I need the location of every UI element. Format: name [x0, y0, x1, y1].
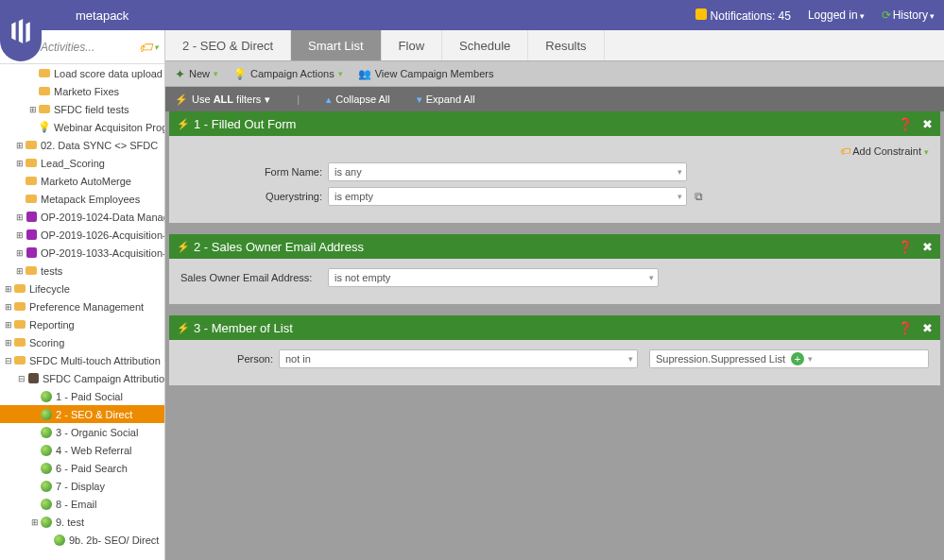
collapse-all[interactable]: ▴Collapse All [326, 93, 389, 106]
camp-icon [53, 534, 66, 547]
tree-node[interactable]: ⊞Reporting [0, 315, 164, 333]
tree-label: Metapack Employees [41, 194, 140, 205]
tree-node[interactable]: ⊞Lifecycle [0, 280, 164, 297]
camp-icon [40, 390, 53, 403]
toggle-icon[interactable]: ⊞ [15, 159, 25, 168]
tag-icon[interactable]: 🏷 [139, 40, 152, 55]
logo[interactable] [0, 0, 42, 61]
toggle-icon[interactable]: ⊞ [15, 248, 25, 258]
tree-label: Lifecycle [29, 283, 70, 295]
tree-node[interactable]: ⊞Lead_Scoring [0, 154, 164, 172]
add-icon[interactable]: + [791, 352, 804, 365]
expand-all[interactable]: ▾Expand All [417, 93, 475, 106]
tree-node[interactable]: 9b. 2b- SEO/ Direct [0, 531, 164, 549]
tree-node[interactable]: 1 - Paid Social [0, 387, 164, 405]
history[interactable]: ⟳History▾ [882, 8, 935, 22]
filter-header[interactable]: ⚡2 - Sales Owner Email Address❓✖ [169, 234, 940, 259]
toggle-icon[interactable]: ⊞ [30, 518, 40, 527]
tree-node[interactable]: ⊞OP-2019-1026-Acquisition-API [0, 226, 164, 244]
tree-node[interactable]: Load score data upload [0, 64, 164, 82]
tree-label: 6 - Paid Search [56, 463, 128, 474]
close-icon[interactable]: ✖ [922, 117, 933, 131]
bolt-icon: ⚡ [177, 322, 190, 334]
fold-icon [25, 139, 38, 152]
toggle-icon[interactable]: ⊞ [15, 230, 25, 240]
filter-body: Person:not in▾Supression.Suppressed List… [169, 340, 940, 385]
tree-node[interactable]: ⊞9. test [0, 513, 164, 531]
tree-node[interactable]: Metapack Employees [0, 190, 164, 208]
toggle-icon[interactable]: ⊞ [4, 284, 13, 294]
tree-node[interactable]: ⊟SFDC Multi-touch Attribution [0, 351, 164, 369]
tree-node[interactable]: ⊟SFDC Campaign Attribution [0, 369, 164, 387]
chevron-down-icon: ▾ [154, 42, 159, 52]
tab-smart-list[interactable]: Smart List [291, 30, 382, 60]
tree-node[interactable]: Marketo Fixes [0, 82, 164, 100]
tree-label: 8 - Email [56, 499, 96, 510]
topbar: metapack Notifications: 45 Logged in▾ ⟳H… [0, 0, 944, 30]
history-icon: ⟳ [882, 8, 891, 22]
tree-node[interactable]: 4 - Web Referral [0, 441, 164, 459]
toggle-icon[interactable]: ⊞ [4, 302, 13, 312]
tree-node[interactable]: 6 - Paid Search [0, 459, 164, 477]
help-icon[interactable]: ❓ [898, 321, 913, 335]
tab-schedule[interactable]: Schedule [442, 30, 528, 60]
new-button[interactable]: ✦New▾ [175, 67, 218, 81]
filter-value[interactable]: Supression.Suppressed List+▾ [649, 349, 929, 368]
popout-icon[interactable]: ⧉ [695, 190, 703, 203]
tree-node[interactable]: ⊞Preference Management [0, 297, 164, 315]
toggle-icon[interactable]: ⊞ [4, 320, 13, 330]
tree-node[interactable]: ⊞SFDC field tests [0, 100, 164, 118]
toggle-icon[interactable]: ⊞ [15, 266, 25, 276]
prog-icon [25, 229, 38, 242]
tree-node[interactable]: 💡Webinar Acquisiton Program [0, 118, 164, 136]
tree-node[interactable]: 7 - Display [0, 477, 164, 495]
tree-label: Scoring [29, 337, 64, 348]
tab-primary[interactable]: 2 - SEO & Direct [165, 30, 291, 60]
filter-select[interactable]: is not empty▾ [328, 268, 659, 287]
campaign-actions-button[interactable]: 💡Campaign Actions▾ [233, 68, 343, 80]
tree-node[interactable]: 3 - Organic Social [0, 423, 164, 441]
tree-node[interactable]: 8 - Email [0, 495, 164, 513]
filter-header[interactable]: ⚡1 - Filled Out Form❓✖ [169, 111, 940, 136]
filter-select[interactable]: is any▾ [328, 162, 687, 181]
close-icon[interactable]: ✖ [922, 321, 933, 335]
tab-flow[interactable]: Flow [382, 30, 442, 60]
tree-node[interactable]: ⊞02. Data SYNC <> SFDC [0, 136, 164, 154]
tree-node[interactable]: Marketo AutoMerge [0, 172, 164, 190]
view-members-button[interactable]: 👥View Campaign Members [358, 68, 494, 80]
filter-select[interactable]: not in▾ [279, 349, 638, 368]
tree-node[interactable]: ⊞OP-2019-1024-Data Management [0, 208, 164, 226]
add-constraint[interactable]: 🏷Add Constraint ▾ [840, 145, 929, 157]
filter-header[interactable]: ⚡3 - Member of List❓✖ [169, 315, 940, 340]
help-icon[interactable]: ❓ [898, 117, 913, 131]
tree-node[interactable]: 2 - SEO & Direct [0, 405, 164, 423]
logged-in[interactable]: Logged in▾ [808, 8, 865, 22]
tree-node[interactable]: ⊞Scoring [0, 333, 164, 351]
tabs: 2 - SEO & DirectSmart ListFlowScheduleRe… [165, 30, 944, 60]
tree-label: 7 - Display [56, 481, 105, 492]
help-icon[interactable]: ❓ [898, 240, 913, 254]
use-all-filters[interactable]: ⚡Use ALL filters▾ [175, 93, 270, 106]
camp-icon [40, 462, 53, 475]
filter-body: Sales Owner Email Address:is not empty▾ [169, 259, 940, 304]
toggle-icon[interactable]: ⊞ [4, 338, 13, 348]
fold-icon [38, 85, 51, 98]
bulb-icon: 💡 [38, 121, 51, 134]
fold-icon [38, 103, 51, 116]
filter-row: Sales Owner Email Address:is not empty▾ [180, 268, 929, 287]
toggle-icon[interactable]: ⊞ [15, 141, 25, 150]
chevron-down-icon: ▾ [338, 69, 343, 78]
toggle-icon[interactable]: ⊞ [15, 212, 25, 222]
toggle-icon[interactable]: ⊟ [17, 374, 26, 383]
toggle-icon[interactable]: ⊞ [28, 105, 38, 114]
filter-select[interactable]: is empty▾ [328, 187, 687, 206]
tree-label: 1 - Paid Social [56, 391, 123, 402]
chevron-down-icon: ▾ [265, 93, 270, 106]
tree-node[interactable]: ⊞OP-2019-1033-Acquisition-CRM [0, 244, 164, 262]
camp-icon [40, 408, 53, 421]
tree-node[interactable]: ⊞tests [0, 262, 164, 280]
close-icon[interactable]: ✖ [922, 240, 933, 254]
notifications[interactable]: Notifications: 45 [695, 8, 791, 23]
tab-results[interactable]: Results [528, 30, 604, 60]
toggle-icon[interactable]: ⊟ [4, 356, 13, 365]
